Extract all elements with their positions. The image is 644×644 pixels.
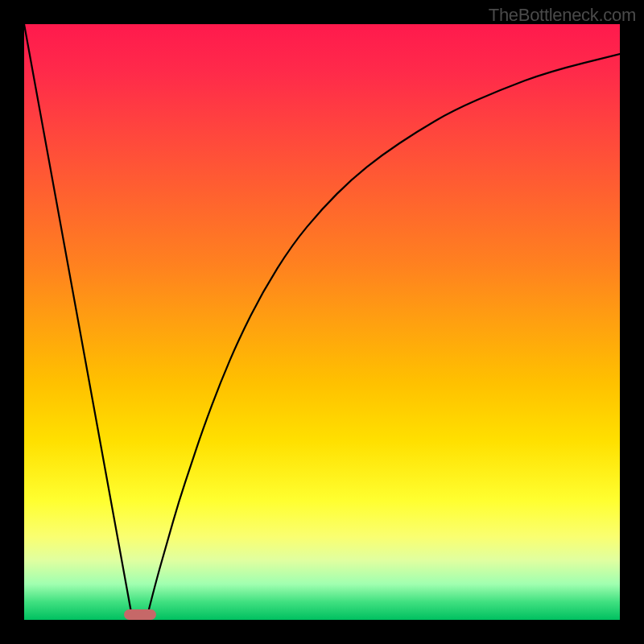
watermark-text: TheBottleneck.com — [489, 5, 636, 26]
curve-canvas — [24, 24, 620, 620]
plot-area — [24, 24, 620, 620]
chart-frame: TheBottleneck.com — [0, 0, 644, 644]
